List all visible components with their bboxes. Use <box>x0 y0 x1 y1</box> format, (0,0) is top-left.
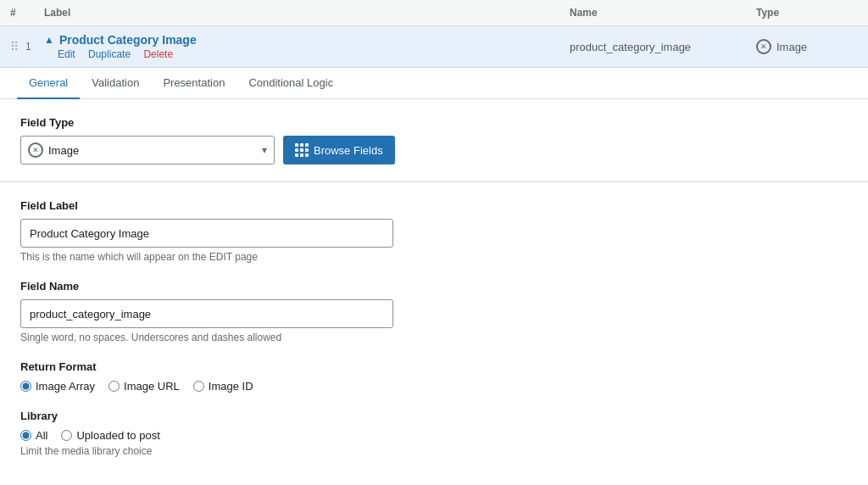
tab-general[interactable]: General <box>17 68 80 99</box>
form-content: Field Type ✕ Image ▾ <box>0 99 868 485</box>
field-type-text: Image <box>776 41 807 53</box>
drag-handle-icon[interactable]: ⠿ <box>10 40 19 53</box>
col-hash: # <box>10 7 44 19</box>
return-format-url-label: Image URL <box>124 380 180 393</box>
return-format-image-array[interactable]: Image Array <box>20 380 95 393</box>
field-type-label: Field Type <box>20 116 848 129</box>
return-format-id-label: Image ID <box>209 380 253 393</box>
col-type: Type <box>756 7 858 19</box>
library-uploaded-radio[interactable] <box>61 430 72 441</box>
field-row: ⠿ 1 ▲ Product Category Image Edit Duplic… <box>0 26 868 68</box>
library-all-label: All <box>36 429 47 442</box>
field-row-number: ⠿ 1 <box>10 40 44 53</box>
field-label-text: Product Category Image <box>59 33 197 47</box>
return-format-image-url[interactable]: Image URL <box>108 380 180 393</box>
field-label-hint: This is the name which will appear on th… <box>20 251 848 263</box>
library-uploaded-to-post[interactable]: Uploaded to post <box>61 429 159 442</box>
table-header: # Label Name Type <box>0 0 868 26</box>
return-format-image-id[interactable]: Image ID <box>193 380 253 393</box>
return-format-label: Return Format <box>20 360 848 373</box>
tab-validation[interactable]: Validation <box>80 68 151 99</box>
field-type-select[interactable]: Image <box>48 144 262 157</box>
return-format-group: Image Array Image URL Image ID <box>20 380 848 393</box>
library-uploaded-label: Uploaded to post <box>76 429 159 442</box>
duplicate-action[interactable]: Duplicate <box>88 48 131 60</box>
edit-action[interactable]: Edit <box>58 48 75 60</box>
library-all-radio[interactable] <box>20 430 31 441</box>
col-name: Name <box>570 7 756 19</box>
library-hint: Limit the media library choice <box>20 445 848 457</box>
field-label-main: ▲ Product Category Image <box>44 33 570 47</box>
field-actions: Edit Duplicate Delete <box>44 48 570 60</box>
grid-icon <box>295 143 309 157</box>
field-type-section: Field Type ✕ Image ▾ <box>20 116 848 164</box>
field-label-section: Field Label This is the name which will … <box>20 199 848 263</box>
return-format-array-label: Image Array <box>36 380 95 393</box>
field-type-row: ✕ Image ▾ Browse Fields <box>20 136 848 164</box>
main-container: # Label Name Type ⠿ 1 ▲ Product Category… <box>0 0 868 485</box>
chevron-down-icon: ▾ <box>262 144 267 156</box>
library-label: Library <box>20 410 848 422</box>
expanded-panel: General Validation Presentation Conditio… <box>0 68 868 485</box>
divider-1 <box>0 181 868 182</box>
return-format-section: Return Format Image Array Image URL Imag… <box>20 360 848 393</box>
field-name-section: Field Name Single word, no spaces. Under… <box>20 280 848 343</box>
field-name-hint: Single word, no spaces. Underscores and … <box>20 332 848 343</box>
field-name-value: product_category_image <box>570 41 691 53</box>
library-group: All Uploaded to post <box>20 429 848 442</box>
tab-conditional-logic[interactable]: Conditional Logic <box>236 68 345 99</box>
browse-fields-label: Browse Fields <box>314 144 383 157</box>
tabs-bar: General Validation Presentation Conditio… <box>0 68 868 99</box>
tab-presentation[interactable]: Presentation <box>151 68 236 99</box>
col-label: Label <box>44 7 570 19</box>
field-row-label-col: ▲ Product Category Image Edit Duplicate … <box>44 33 570 60</box>
field-label-label: Field Label <box>20 199 848 212</box>
field-type-select-wrapper[interactable]: ✕ Image ▾ <box>20 136 275 164</box>
return-format-array-radio[interactable] <box>20 381 31 392</box>
delete-action[interactable]: Delete <box>143 48 173 60</box>
field-label-input[interactable] <box>20 219 393 248</box>
type-icon: ✕ <box>756 39 771 54</box>
field-type-select-icon: ✕ <box>28 142 43 158</box>
browse-fields-button[interactable]: Browse Fields <box>283 136 395 164</box>
return-format-url-radio[interactable] <box>108 381 120 392</box>
field-name-label: Field Name <box>20 280 848 293</box>
field-row-type-col: ✕ Image <box>756 39 858 54</box>
field-number: 1 <box>25 41 31 53</box>
library-section: Library All Uploaded to post Limit the m… <box>20 410 848 457</box>
field-row-name-col: product_category_image <box>570 41 756 53</box>
field-name-input[interactable] <box>20 299 393 328</box>
return-format-id-radio[interactable] <box>193 381 204 392</box>
library-all[interactable]: All <box>20 429 47 442</box>
collapse-icon[interactable]: ▲ <box>44 34 54 46</box>
